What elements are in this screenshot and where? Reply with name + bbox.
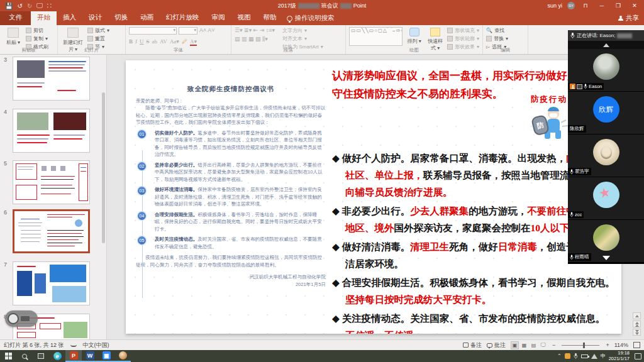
close-button[interactable]: ✕ [629,3,640,9]
shape-fill-button[interactable]: 形状填充 ▾ [447,27,479,34]
tab-design[interactable]: 设计 [82,11,108,25]
customize-qat-icon[interactable]: ⸬ [47,2,52,9]
align-buttons[interactable]: ▤ ▥ ▦ ▧ ⫼▾ [235,36,275,43]
tray-app-icon[interactable] [565,353,570,359]
fit-to-window-icon[interactable] [633,342,640,348]
save-icon[interactable]: 💾 [5,3,13,9]
letter-textbox[interactable]: 致全院师生疫情防控倡议书 亲爱的老师、同学们： 随着“春节”愈加临近，广大学子纷… [136,85,326,288]
ribbon-display-options-icon[interactable]: ⊓ [580,3,591,9]
arrange-button[interactable]: 排列 ▾ [405,27,424,45]
accessibility-icon[interactable] [70,343,77,347]
redo-icon[interactable]: ↻ [27,3,32,9]
find-button[interactable]: 🔍查找 [486,27,508,34]
paste-button[interactable]: 粘贴 ▾ [3,27,23,46]
font-color-button[interactable]: A▾ [190,38,197,46]
tab-help[interactable]: 帮助 [257,11,283,25]
tab-file[interactable]: 文件 [0,11,31,25]
undo-icon[interactable]: ↺ [17,3,22,9]
text-direction-button[interactable]: 文字方向 ▾ [282,27,323,34]
tray-expand-icon[interactable]: ⌃ [557,353,562,359]
thumbnail-scrollbar[interactable] [102,92,105,243]
layout-button[interactable]: 版式 ▾ [87,27,109,34]
share-button[interactable]: 共享 [618,14,639,23]
copy-button[interactable]: 复制 ▾ [26,35,48,42]
font-name-combobox[interactable] [129,27,177,35]
task-view-button[interactable] [33,350,49,362]
italic-button[interactable]: I [135,38,137,46]
comments-button[interactable]: 批注 [487,341,506,349]
slideshow-icon[interactable]: 🖵 [36,2,43,9]
slide-canvas[interactable]: 致全院师生疫情防控倡议书 亲爱的老师、同学们： 随着“春节”愈加临近，广大学子纷… [126,60,621,334]
taskbar-app[interactable] [114,350,131,362]
zoom-slider-thumb[interactable] [583,343,585,348]
taskbar-meeting-app[interactable]: ▣ [98,350,114,362]
tab-transitions[interactable]: 切换 [108,11,134,25]
network-icon[interactable] [591,354,597,359]
tab-insert[interactable]: 插入 [57,11,82,25]
scroll-up-button[interactable] [633,312,641,319]
taskbar-clock[interactable]: 19:18 2021/1/17 [609,351,630,361]
zoom-percentage[interactable]: 114% [614,342,628,348]
reset-button[interactable]: 重置 [87,35,109,42]
taskbar-edge[interactable]: e [49,350,65,362]
change-case-button[interactable]: Aa▾ [170,38,179,46]
underline-button[interactable]: U [140,38,144,46]
zoom-in-button[interactable]: + [606,342,609,348]
highlight-button[interactable]: 🖉 [182,38,187,46]
reading-view-button[interactable]: ▤ [530,341,538,349]
shape-outline-button[interactable]: 形状轮廓 ▾ [447,35,479,42]
slide-number: 4 [4,109,7,115]
search-button[interactable] [16,350,33,362]
participant-tile[interactable]: zcc [568,177,644,219]
tab-review[interactable]: 审阅 [206,11,231,25]
list-indent-buttons[interactable]: ☰▾ ≣▾ ⇤ ⇥ ↕≡▾ [235,27,275,33]
slideshow-view-button[interactable]: 🖵 [539,341,547,349]
align-text-button[interactable]: 对齐文本 ▾ [282,35,323,42]
zoom-out-button[interactable]: − [552,342,555,348]
slide-thumbnail-5[interactable]: 5 [13,160,90,204]
ime-indicator[interactable]: 中 [601,353,606,359]
replace-button[interactable]: 替换 ▾ [486,35,508,42]
language-indicator[interactable]: 中文(中国) [83,341,109,349]
tray-mic-icon[interactable] [574,353,578,359]
previous-slide-button[interactable] [633,321,641,327]
normal-view-button[interactable]: ▣ [511,341,519,349]
font-size-combobox[interactable] [179,27,197,35]
participant-tile[interactable]: 瞿浩宇 [568,134,644,177]
collapse-panel-button[interactable] [568,41,644,49]
start-button[interactable] [0,350,16,362]
meeting-float-button[interactable] [5,310,38,327]
bold-button[interactable]: B [129,38,133,46]
tab-slideshow[interactable]: 幻灯片放映 [160,11,206,25]
participant-tile[interactable]: 程雨晴 [568,220,644,262]
tab-home[interactable]: 开始 [31,11,57,25]
participant-tile[interactable]: 欣辉 陈欣辉 [568,92,644,134]
tell-me-search[interactable]: 操作说明搜索 [287,14,335,25]
slide-thumbnail-7[interactable]: 7 [13,261,90,305]
slide-sorter-view-button[interactable]: ▦ [520,341,528,349]
notification-center-icon[interactable] [635,353,641,359]
tab-view[interactable]: 视图 [231,11,257,25]
slide-thumbnail-4[interactable]: 4 [13,109,90,153]
cut-button[interactable]: 剪切 [26,27,48,34]
shape-gallery[interactable]: ▭▭╲╲▭○◻△⁀⌣⇨⇦◇○⬠☆ [349,27,402,46]
shadow-button[interactable]: ab [152,38,158,46]
notes-button[interactable]: 备注 [463,341,482,349]
participant-tile[interactable]: Eason [568,49,644,91]
minimize-button[interactable]: ─ [596,3,608,9]
account-name[interactable]: sun yi [547,3,562,9]
slide-thumbnail-6-selected[interactable]: 6 [13,209,90,253]
char-spacing-button[interactable]: AV [160,38,167,46]
grow-shrink-font-icons[interactable]: A˄ A˅ [199,27,215,35]
tab-animations[interactable]: 动画 [134,11,160,25]
taskbar-word[interactable]: W [82,350,98,362]
battery-icon[interactable] [581,354,588,358]
maximize-button[interactable]: ❐ [613,3,624,9]
next-slide-button[interactable] [633,329,641,336]
zoom-slider[interactable] [562,345,599,346]
slide-counter[interactable]: 幻灯片 第 6 张, 共 12 张 [4,341,64,349]
slide-thumbnail-3[interactable]: 3 [13,57,90,101]
strikethrough-button[interactable]: S [147,38,150,46]
account-avatar[interactable]: SY [567,2,575,9]
taskbar-powerpoint[interactable]: P [65,350,82,362]
